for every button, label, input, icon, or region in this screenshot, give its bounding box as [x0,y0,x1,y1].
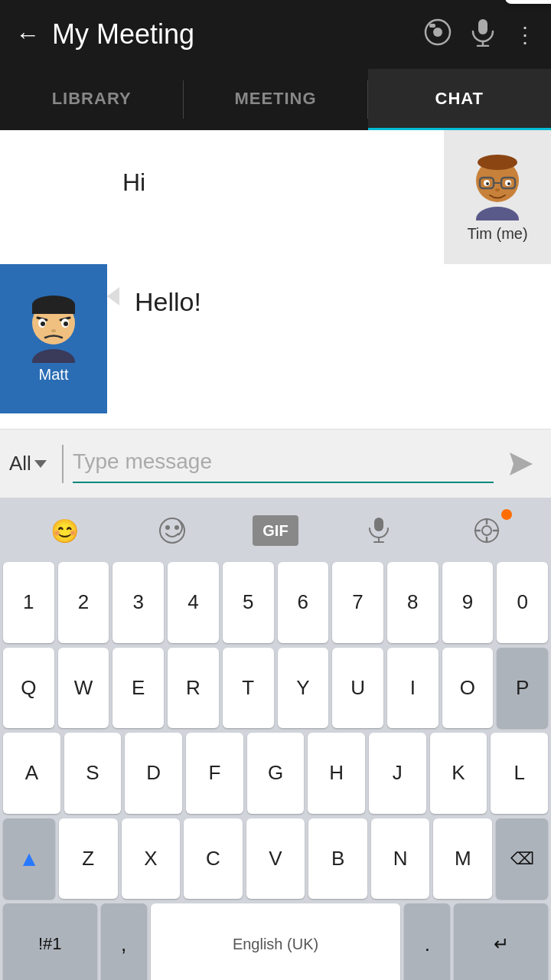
top-bar-icons: ⋮ [424,18,536,52]
key-y[interactable]: Y [278,648,329,729]
key-0[interactable]: 0 [497,562,548,643]
svg-point-24 [41,322,45,326]
key-l[interactable]: L [491,733,548,814]
shift-key[interactable]: ▲ [3,818,55,900]
symbols-key[interactable]: !#1 [3,903,97,980]
tim-avatar-image [463,152,532,220]
keyboard-settings-button[interactable] [460,508,514,554]
key-v[interactable]: V [246,818,305,900]
tab-library[interactable]: LIBRARY [0,69,183,130]
keyboard-qwerty-row: Q W E R T Y U I O P [3,648,548,729]
input-area: All [0,429,551,498]
delete-key[interactable]: ⌫ [496,818,548,900]
chat-area: Hi [0,130,551,429]
key-m[interactable]: M [433,818,492,900]
key-w[interactable]: W [58,648,109,729]
top-bar: ← My Meeting ⋮ [0,0,551,69]
voice-input-button[interactable] [352,508,406,554]
svg-point-1 [433,28,442,37]
svg-rect-2 [429,24,435,28]
key-z[interactable]: Z [59,818,118,900]
key-3[interactable]: 3 [112,562,164,643]
key-n[interactable]: N [371,818,430,900]
period-key[interactable]: . [404,903,450,980]
avatar-matt-label: Matt [39,366,69,384]
svg-point-14 [507,182,510,185]
key-g[interactable]: G [247,733,305,814]
key-t[interactable]: T [223,648,274,729]
svg-marker-28 [510,452,533,475]
key-p[interactable]: P [497,648,548,729]
key-a[interactable]: A [3,733,60,814]
message-input[interactable] [73,445,494,483]
svg-rect-32 [374,518,383,531]
key-f[interactable]: F [186,733,243,814]
mic-icon[interactable] [470,18,496,52]
notification-dot [501,509,512,520]
svg-point-31 [174,525,179,530]
gif-button[interactable]: GIF [253,515,298,546]
key-r[interactable]: R [168,648,219,729]
key-6[interactable]: 6 [278,562,329,643]
key-5[interactable]: 5 [223,562,274,643]
recipient-dropdown-icon [34,460,47,468]
svg-point-30 [165,525,170,530]
message-tim-text: Hi [122,145,145,197]
svg-point-15 [495,188,500,191]
svg-point-26 [51,329,56,332]
key-1[interactable]: 1 [3,562,54,643]
svg-point-16 [476,207,519,220]
key-7[interactable]: 7 [332,562,383,643]
camera-icon[interactable] [424,18,452,51]
sticker-button[interactable] [145,508,199,554]
svg-rect-3 [478,19,487,34]
svg-point-7 [478,155,517,170]
avatar-tim-label: Tim (me) [467,225,527,243]
key-4[interactable]: 4 [168,562,219,643]
keyboard: 😊 GIF [0,498,551,980]
key-8[interactable]: 8 [387,562,439,643]
message-matt-text: Hello! [119,264,217,340]
key-b[interactable]: B [308,818,367,900]
key-o[interactable]: O [442,648,494,729]
key-i[interactable]: I [387,648,439,729]
tab-chat[interactable]: CHAT [368,69,551,130]
key-k[interactable]: K [430,733,487,814]
avatar-tim: Tim (me) [444,130,551,264]
keyboard-bottom-row: !#1 , English (UK) . ↵ [3,903,548,980]
key-9[interactable]: 9 [442,562,494,643]
p-popup-key: P [505,0,551,4]
svg-point-27 [32,349,75,363]
comma-key[interactable]: , [101,903,147,980]
tab-bar: LIBRARY MEETING CHAT [0,69,551,130]
key-j[interactable]: J [369,733,426,814]
matt-avatar-image [19,294,88,363]
keyboard-number-row: 1 2 3 4 5 6 7 8 9 0 [3,562,548,643]
key-e[interactable]: E [112,648,164,729]
more-options-icon[interactable]: ⋮ [514,22,536,47]
recipient-label[interactable]: All [9,452,47,475]
key-h[interactable]: H [308,733,365,814]
key-q[interactable]: Q [3,648,54,729]
shift-icon: ▲ [18,847,40,871]
avatar-matt: Matt [0,264,107,413]
keyboard-asdf-row: A S D F G H J K L [3,733,548,814]
key-u[interactable]: U [332,648,383,729]
svg-rect-19 [32,305,75,314]
key-2[interactable]: 2 [58,562,109,643]
svg-point-25 [64,322,68,326]
send-icon [506,449,536,479]
input-divider [62,445,64,483]
svg-point-13 [486,182,489,185]
send-button[interactable] [500,443,542,485]
emoji-button[interactable]: 😊 [37,508,91,554]
key-c[interactable]: C [184,818,243,900]
back-button[interactable]: ← [15,21,40,49]
key-x[interactable]: X [122,818,181,900]
key-s[interactable]: S [64,733,122,814]
space-key[interactable]: English (UK) [151,903,401,980]
page-title: My Meeting [52,18,412,51]
enter-key[interactable]: ↵ [454,903,548,980]
key-d[interactable]: D [125,733,182,814]
tab-meeting[interactable]: MEETING [184,69,367,130]
